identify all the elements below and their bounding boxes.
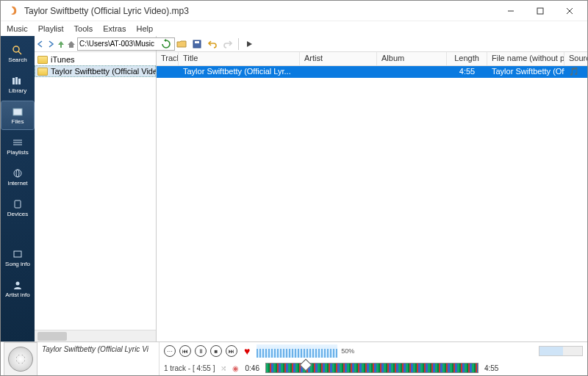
prev-button[interactable]: ⏮ [179,345,191,357]
svg-rect-1 [537,8,543,14]
maximize-button[interactable] [526,1,555,21]
menu-help[interactable]: Help [136,24,153,33]
track-row[interactable]: Taylor Swiftbetty (Official Lyr... 4:55 … [157,66,588,78]
tab-artist-info[interactable]: Artist info [1,274,35,303]
nav-toolbar [35,36,156,52]
svg-rect-19 [195,41,199,43]
col-artist[interactable]: Artist [300,52,377,65]
tab-internet[interactable]: Internet [1,162,35,192]
folder-tree[interactable]: iTunes Taylor Swiftbetty (Official Video… [35,52,156,330]
minimize-button[interactable] [496,1,526,21]
favorite-icon[interactable]: ♥ [244,345,250,357]
svg-rect-7 [15,77,18,84]
open-icon[interactable] [175,37,188,51]
col-length[interactable]: Length [447,52,487,65]
svg-rect-16 [14,251,21,257]
menu-bar: Music Playlist Tools Extras Help [1,21,587,36]
tree-item[interactable]: iTunes [35,54,156,65]
shuffle-icon[interactable]: ⤭ [220,364,226,372]
album-art[interactable] [4,342,37,376]
track-count-label: 1 track - [ 4:55 ] [164,364,215,372]
tree-item[interactable]: Taylor Swiftbetty (Official Video). [35,65,156,77]
play-small-icon[interactable] [243,37,256,51]
seek-thumb[interactable] [299,359,312,372]
col-source[interactable]: Source [564,52,588,65]
next-button[interactable]: ⏭ [226,345,237,357]
file-pane: iTunes Taylor Swiftbetty (Official Video… [35,36,157,341]
pause-button[interactable]: ⏸ [195,345,207,357]
svg-rect-15 [15,200,21,208]
col-track[interactable]: Track [157,52,179,65]
track-list[interactable]: Taylor Swiftbetty (Official Lyr... 4:55 … [157,66,588,341]
refresh-icon[interactable] [159,37,173,51]
col-album[interactable]: Album [377,52,447,65]
undo-icon[interactable] [206,37,219,51]
close-button[interactable] [555,1,584,21]
nav-forward-icon[interactable] [46,38,55,50]
tab-devices[interactable]: Devices [1,193,35,223]
now-playing-label: Taylor Swiftbetty (Official Lyric Vi [40,342,159,376]
svg-point-13 [14,170,21,177]
folder-icon [37,56,48,64]
tab-playlists[interactable]: Playlists [1,131,35,161]
stop-button[interactable]: ■ [210,345,222,357]
svg-rect-6 [12,78,15,84]
tab-files[interactable]: Files [1,101,35,130]
nav-back-icon[interactable] [36,38,45,50]
nav-home-icon[interactable] [67,38,76,50]
track-toolbar [157,36,588,52]
cd-icon [8,347,33,372]
tab-library[interactable]: Library [1,70,35,99]
volume-percent: 50% [341,347,354,355]
spectrum-visualizer [257,344,337,358]
menu-music[interactable]: Music [7,24,28,33]
side-tabs: Search Library Files Playlists Internet … [1,36,35,341]
app-icon [8,5,20,17]
save-icon[interactable] [190,37,204,51]
duration-label: 4:55 [484,364,498,372]
record-icon[interactable]: ◉ [232,364,239,372]
svg-line-5 [18,51,21,54]
svg-point-17 [16,281,20,285]
column-headers[interactable]: Track Title Artist Album Length File nam… [157,52,588,66]
redo-icon[interactable] [221,37,234,51]
svg-point-14 [16,170,19,177]
menu-playlist[interactable]: Playlist [38,24,64,33]
svg-rect-8 [18,79,21,84]
col-title[interactable]: Title [179,52,300,65]
folder-icon [37,68,48,76]
col-file[interactable]: File name (without path) [487,52,564,65]
tree-hscrollbar[interactable] [35,330,156,341]
title-bar: Taylor Swiftbetty (Official Lyric Video)… [1,1,587,21]
tab-search[interactable]: Search [1,39,35,68]
svg-point-4 [13,46,19,52]
menu-tools[interactable]: Tools [74,24,93,33]
window-title: Taylor Swiftbetty (Official Lyric Video)… [24,6,496,16]
volume-slider[interactable] [539,346,583,356]
svg-rect-9 [13,109,22,115]
position-label: 0:46 [245,364,259,372]
player-bar: Taylor Swiftbetty (Official Lyric Vi ⋯ ⏮… [1,341,587,376]
tab-song-info[interactable]: Song info [1,243,35,272]
nav-up-icon[interactable] [57,38,65,50]
track-pane: Track Title Artist Album Length File nam… [157,36,588,341]
mode-button[interactable]: ⋯ [164,345,176,357]
menu-extras[interactable]: Extras [103,24,126,33]
seek-bar[interactable] [265,363,478,373]
